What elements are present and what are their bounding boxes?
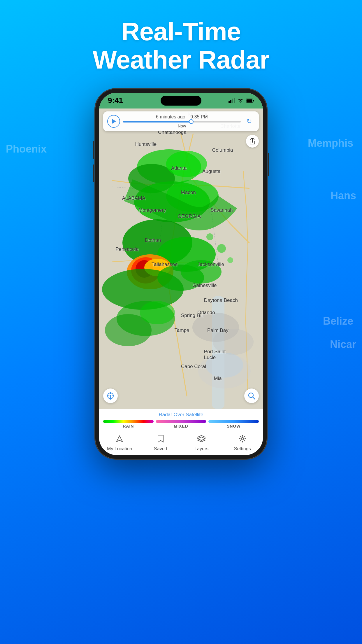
legend-gradients: RAIN MIXED SNOW — [103, 420, 259, 428]
volume-up-btn — [93, 141, 94, 159]
timeline-label: 6 minutes ago 9:35 PM — [123, 114, 241, 120]
tab-my-location[interactable]: My Location — [99, 435, 140, 452]
svg-point-42 — [241, 438, 244, 440]
headline-line1: Real-Time — [93, 18, 269, 46]
signal-icon — [229, 98, 235, 103]
bookmark-icon — [157, 435, 164, 445]
play-icon — [112, 119, 116, 124]
tab-my-location-label: My Location — [107, 446, 132, 452]
svg-rect-2 — [232, 99, 233, 103]
bg-map-hans: Hans — [331, 190, 356, 202]
rain-label: RAIN — [103, 424, 154, 428]
phone-frame: 9:41 — [95, 89, 267, 459]
phone-mockup: 9:41 — [95, 89, 267, 459]
tab-layers[interactable]: Layers — [181, 435, 222, 452]
headline: Real-Time Weather Radar — [93, 18, 269, 74]
bg-map-phoenix: Phoenix — [6, 143, 47, 155]
mixed-gradient-bar — [156, 420, 206, 423]
bg-map-nicar: Nicar — [330, 338, 356, 351]
svg-rect-6 — [253, 100, 254, 102]
battery-icon — [246, 98, 254, 103]
timeline-slider[interactable]: 6 minutes ago 9:35 PM Now — [123, 114, 241, 128]
svg-point-38 — [110, 395, 111, 397]
svg-line-40 — [253, 397, 255, 399]
svg-rect-3 — [234, 98, 235, 103]
svg-rect-0 — [229, 101, 230, 103]
map-search-button[interactable] — [244, 388, 259, 403]
timeline-thumb — [189, 119, 194, 124]
tab-layers-label: Layers — [194, 446, 208, 452]
volume-down-btn — [93, 164, 94, 182]
tab-settings-label: Settings — [234, 446, 251, 452]
snow-gradient-bar — [208, 420, 259, 423]
status-bar: 9:41 — [99, 93, 263, 108]
rain-legend: RAIN — [103, 420, 154, 428]
bg-map-belize: Belize — [323, 315, 353, 327]
tab-saved-label: Saved — [154, 446, 167, 452]
settings-icon-svg — [238, 435, 247, 443]
crosshair-icon — [107, 392, 114, 400]
snow-legend: SNOW — [208, 420, 259, 428]
timeline-track[interactable] — [123, 121, 241, 123]
svg-marker-41 — [117, 436, 122, 442]
play-button[interactable] — [107, 115, 120, 128]
navigation-icon — [115, 435, 124, 445]
phone-screen: 9:41 — [99, 93, 263, 455]
search-icon — [248, 392, 255, 400]
status-time: 9:41 — [108, 96, 123, 105]
map-background — [99, 108, 263, 409]
layers-icon — [197, 435, 206, 445]
timeline-fill — [123, 121, 194, 123]
nav-icon-svg — [115, 435, 124, 443]
svg-rect-1 — [230, 100, 231, 103]
rain-gradient-bar — [103, 420, 154, 423]
timeline-now-label: Now — [123, 124, 241, 128]
share-button[interactable] — [246, 135, 259, 148]
svg-rect-5 — [247, 99, 252, 102]
snow-label: SNOW — [208, 424, 259, 428]
map-area[interactable]: Knoxville Charlotte Chattanooga Huntsvil… — [99, 108, 263, 409]
share-icon — [249, 138, 255, 145]
legend-title: Radar Over Satellite — [103, 412, 259, 418]
svg-rect-9 — [212, 296, 224, 409]
map-move-button[interactable] — [103, 388, 118, 403]
mixed-legend: MIXED — [156, 420, 206, 428]
radar-timeline: 6 minutes ago 9:35 PM Now ↻ — [103, 111, 259, 131]
status-icons — [229, 98, 254, 103]
refresh-button[interactable]: ↻ — [244, 116, 255, 127]
map-roads — [99, 108, 263, 409]
power-btn — [268, 153, 269, 176]
tab-saved[interactable]: Saved — [140, 435, 181, 452]
bg-map-memphis: Memphis — [308, 137, 353, 149]
headline-line2: Weather Radar — [93, 46, 269, 74]
wifi-icon — [237, 98, 244, 103]
bookmark-icon-svg — [157, 435, 164, 443]
tab-settings[interactable]: Settings — [222, 435, 263, 452]
dynamic-island — [161, 96, 201, 106]
mixed-label: MIXED — [156, 424, 206, 428]
legend-bar: Radar Over Satellite RAIN MIXED SNOW — [99, 409, 263, 432]
tab-bar: My Location Saved — [99, 432, 263, 455]
settings-icon — [238, 435, 247, 445]
layers-icon-svg — [197, 435, 206, 443]
